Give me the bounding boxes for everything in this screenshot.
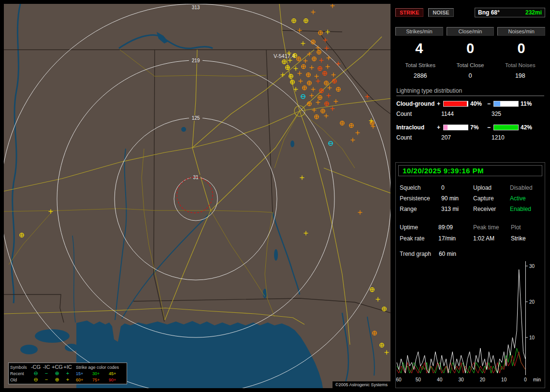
rates-row: Strikes/min Close/min Noises/min 4 0 0 (395, 27, 545, 56)
strike-symbol (306, 73, 310, 77)
ic-minus-bar (493, 125, 519, 130)
ring-label-125: 125 (192, 115, 200, 121)
strike-symbol (349, 124, 353, 127)
strike-symbol (304, 231, 308, 236)
trend-graph-header: Trend graph 60 min (396, 242, 545, 257)
total-noises-label: Total Noises (495, 62, 545, 68)
intracloud-count-row: Count 207 1210 (396, 134, 544, 141)
noises-per-min-value: 0 (497, 41, 545, 56)
strike-symbol (297, 57, 301, 61)
close-per-min-value: 0 (447, 41, 494, 56)
count-label: Count (396, 134, 441, 141)
bearing-readout: Bng 68° 232mi (475, 8, 545, 17)
count-label: Count (396, 111, 441, 117)
capture-label: Capture (473, 195, 510, 202)
strike-symbol (328, 86, 332, 90)
trend-x-unit-label: min (533, 377, 541, 382)
water-layer (20, 32, 323, 388)
map-display[interactable]: 313 219 125 31 V-5417.4 Symbols-CG-IC+CG… (4, 4, 391, 388)
strike-symbol (370, 288, 374, 292)
stats-panel: STRIKE NOISE Bng 68° 232mi Strikes/min C… (395, 4, 545, 158)
old-strike-glyph: ⊕ (52, 377, 62, 382)
map-canvas: 313 219 125 31 V-5417.4 (4, 4, 391, 388)
strike-symbol (316, 46, 320, 50)
distance-value: 232mi (525, 9, 542, 16)
strike-symbol (326, 30, 330, 34)
trend-x-tick-label: 10 (501, 377, 507, 382)
trend-graph-span: 60 min (439, 251, 456, 257)
persistence-value: 90 min (441, 195, 473, 202)
strike-symbol (332, 73, 336, 77)
peak-rate-label: Peak rate (400, 235, 438, 242)
upload-value: Disabled (510, 184, 541, 191)
trend-graph: 3020106050403020100min (396, 260, 544, 384)
strike-symbol (319, 58, 324, 63)
strike-symbol (324, 81, 328, 85)
strike-symbol (327, 94, 331, 98)
peak-time-value: 1:02 AM (473, 235, 511, 242)
status-panel: 10/20/2025 9:39:16 PM Squelch 0 Upload D… (395, 162, 545, 388)
strike-symbol (303, 86, 306, 90)
strike-symbol (358, 210, 362, 215)
noise-mode-button[interactable]: NOISE (428, 8, 453, 17)
capture-value: Active (510, 195, 541, 202)
cg-plus-pct: 40% (470, 100, 486, 107)
age-code: 30+ (92, 371, 109, 376)
strike-symbol (311, 40, 315, 44)
old-strike-glyph: + (62, 377, 73, 382)
strike-symbol (370, 121, 374, 125)
legend-col-header: +IC (62, 364, 73, 370)
cloud-ground-label: Cloud-ground (396, 100, 436, 107)
strike-mode-button[interactable]: STRIKE (395, 8, 423, 17)
highway-layer (4, 4, 391, 345)
strike-symbol (327, 56, 331, 60)
strike-symbol (301, 42, 305, 46)
trend-y-tick-label: 10 (529, 335, 535, 340)
strike-symbol (318, 31, 322, 35)
age-code: 75+ (92, 378, 109, 382)
strikes-per-min-value: 4 (395, 41, 443, 56)
strike-symbol (331, 107, 335, 111)
legend-symbols-header: Symbols (10, 365, 30, 370)
strike-symbol (351, 138, 355, 142)
map-legend: Symbols-CG-IC+CG+ICRecent⊖−⊕+Old⊖−⊕+ Str… (8, 363, 127, 384)
strike-symbol (294, 67, 298, 71)
legend-col-header: -CG (30, 364, 41, 370)
strike-symbol (281, 73, 285, 77)
strike-symbol (329, 141, 333, 145)
strike-symbol (298, 28, 302, 33)
old-strike-glyph: − (41, 377, 52, 382)
strike-symbol (49, 210, 53, 214)
display-mode-controls: STRIKE NOISE Bng 68° 232mi (395, 8, 545, 17)
close-alarm-circle (177, 177, 213, 213)
strike-symbol (304, 59, 308, 63)
receiver-label: Receiver (473, 206, 510, 212)
strike-symbol (290, 80, 294, 84)
strike-symbol (323, 71, 327, 75)
trend-x-tick-label: 60 (396, 377, 402, 382)
noises-per-min-label: Noises/min (497, 27, 545, 36)
age-code: 15+ (76, 371, 92, 376)
cg-plus-bar (443, 101, 468, 107)
intracloud-row: Intracloud + 7% − 42% (396, 124, 544, 131)
ic-plus-pct: 7% (470, 124, 486, 131)
strike-symbol (299, 79, 303, 84)
strike-symbol (301, 95, 305, 98)
range-value: 313 mi (441, 206, 473, 212)
strike-symbol (356, 131, 360, 135)
total-noises-value: 198 (495, 72, 545, 79)
recent-strike-glyph: ⊕ (52, 371, 62, 376)
age-code: 45+ (109, 371, 125, 376)
uptime-label: Uptime (400, 224, 438, 231)
strike-symbol (292, 19, 296, 23)
intracloud-label: Intracloud (396, 124, 436, 131)
cloud-ground-count-row: Count 1144 325 (396, 111, 544, 117)
ring-label-313: 313 (192, 5, 200, 10)
strike-symbol (321, 109, 325, 113)
trend-series-strikes (397, 269, 525, 373)
strike-symbol (307, 102, 311, 106)
strike-symbol (310, 66, 314, 70)
strike-symbol (315, 74, 319, 79)
trend-x-tick-label: 30 (458, 377, 464, 382)
ic-minus-count: 1210 (492, 134, 505, 141)
